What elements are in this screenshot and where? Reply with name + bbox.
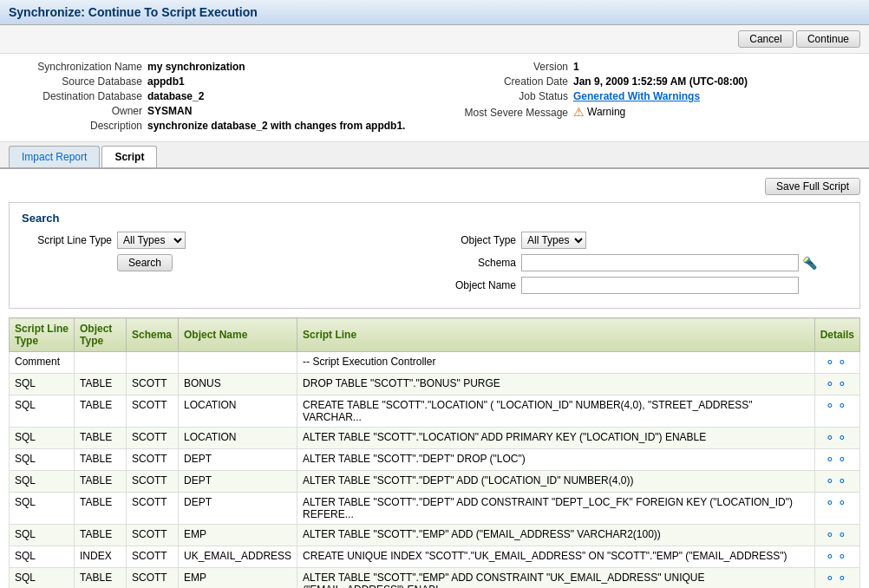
- detail-link[interactable]: ⚬⚬: [825, 377, 849, 391]
- cell-script_line_type: SQL: [10, 395, 75, 428]
- cell-script_line_type: SQL: [10, 568, 75, 589]
- col-header-object-name: Object Name: [179, 318, 297, 352]
- warning-text: Warning: [587, 106, 625, 118]
- cell-object_type: TABLE: [75, 471, 127, 493]
- table-row: SQLTABLESCOTTDEPTALTER TABLE "SCOTT"."DE…: [10, 471, 860, 493]
- creation-date-row: Creation Date Jan 9, 2009 1:52:59 AM (UT…: [434, 75, 860, 88]
- tab-impact-report[interactable]: Impact Report: [9, 146, 100, 167]
- table-row: SQLTABLESCOTTDEPTALTER TABLE "SCOTT"."DE…: [10, 493, 860, 525]
- search-fields: Script Line Type All Types SQL Comment S…: [22, 232, 847, 299]
- detail-link[interactable]: ⚬⚬: [825, 496, 849, 510]
- cell-object_name: LOCATION: [179, 428, 297, 449]
- tabs-bar: Impact Report Script: [0, 142, 869, 169]
- col-header-object-type: ObjectType: [75, 318, 127, 352]
- cell-script_line: ALTER TABLE "SCOTT"."DEPT" DROP ("LOC"): [297, 449, 815, 471]
- content-area: Save Full Script Search Script Line Type…: [0, 169, 869, 588]
- job-status-value[interactable]: Generated With Warnings: [573, 90, 700, 102]
- table-row: SQLTABLESCOTTDEPTALTER TABLE "SCOTT"."DE…: [10, 449, 860, 471]
- cell-details: ⚬⚬: [814, 546, 859, 568]
- table-row: SQLTABLESCOTTLOCATIONALTER TABLE "SCOTT"…: [10, 428, 860, 449]
- schema-input[interactable]: [521, 254, 799, 271]
- dest-db-label: Destination Database: [9, 90, 147, 102]
- cell-object_type: TABLE: [75, 568, 127, 589]
- search-button[interactable]: Search: [117, 254, 173, 271]
- cell-script_line: -- Script Execution Controller: [297, 352, 815, 374]
- search-section-title: Search: [22, 212, 847, 225]
- cell-object_name: [179, 352, 297, 374]
- cell-schema: SCOTT: [127, 525, 179, 546]
- table-row: SQLINDEXSCOTTUK_EMAIL_ADDRESSCREATE UNIQ…: [10, 546, 860, 568]
- cell-schema: SCOTT: [127, 493, 179, 525]
- cell-object_type: TABLE: [75, 428, 127, 449]
- cell-schema: SCOTT: [127, 449, 179, 471]
- cancel-button[interactable]: Cancel: [738, 30, 793, 48]
- cell-script_line_type: SQL: [10, 449, 75, 471]
- flashlight-icon[interactable]: 🔦: [802, 256, 817, 270]
- cell-object_name: UK_EMAIL_ADDRESS: [179, 546, 297, 568]
- object-name-input[interactable]: [521, 277, 799, 294]
- cell-script_line: ALTER TABLE "SCOTT"."DEPT" ADD CONSTRAIN…: [297, 493, 815, 525]
- cell-schema: SCOTT: [127, 568, 179, 589]
- most-severe-label: Most Severe Message: [434, 107, 573, 119]
- save-script-row: Save Full Script: [9, 178, 860, 195]
- cell-script_line_type: SQL: [10, 428, 75, 449]
- object-type-select[interactable]: All Types TABLE INDEX VIEW: [521, 232, 586, 249]
- cell-script_line_type: SQL: [10, 546, 75, 568]
- script-line-type-select[interactable]: All Types SQL Comment: [117, 232, 186, 249]
- description-row: Description synchronize database_2 with …: [9, 120, 434, 132]
- job-status-label: Job Status: [434, 90, 573, 102]
- cell-object_type: INDEX: [75, 546, 127, 568]
- info-section: Synchronization Name my synchronization …: [0, 54, 869, 142]
- cell-details: ⚬⚬: [814, 374, 859, 395]
- schema-row: Schema 🔦: [443, 254, 847, 271]
- tab-script[interactable]: Script: [101, 146, 157, 167]
- cell-details: ⚬⚬: [814, 493, 859, 525]
- script-line-type-label: Script Line Type: [22, 234, 117, 246]
- cell-object_type: TABLE: [75, 493, 127, 525]
- dest-db-value: database_2: [147, 90, 204, 102]
- cell-script_line_type: SQL: [10, 374, 75, 395]
- job-status-row: Job Status Generated With Warnings: [434, 90, 860, 102]
- cell-object_name: BONUS: [179, 374, 297, 395]
- sync-name-label: Synchronization Name: [9, 61, 147, 73]
- description-label: Description: [9, 120, 147, 132]
- table-row: SQLTABLESCOTTBONUSDROP TABLE "SCOTT"."BO…: [10, 374, 860, 395]
- detail-link[interactable]: ⚬⚬: [825, 550, 849, 564]
- cell-schema: [127, 352, 179, 374]
- version-value: 1: [573, 61, 579, 73]
- object-type-label: Object Type: [443, 234, 521, 246]
- col-header-schema: Schema: [127, 318, 179, 352]
- cell-object_name: DEPT: [179, 449, 297, 471]
- cell-object_name: DEPT: [179, 471, 297, 493]
- table-row: SQLTABLESCOTTEMPALTER TABLE "SCOTT"."EMP…: [10, 525, 860, 546]
- info-left: Synchronization Name my synchronization …: [9, 61, 434, 134]
- most-severe-row: Most Severe Message ⚠ Warning: [434, 105, 860, 119]
- search-button-row: Search: [22, 254, 426, 271]
- owner-row: Owner SYSMAN: [9, 105, 434, 117]
- cell-script_line: ALTER TABLE "SCOTT"."EMP" ADD ("EMAIL_AD…: [297, 525, 815, 546]
- save-full-script-button[interactable]: Save Full Script: [765, 178, 860, 195]
- cell-object_type: TABLE: [75, 525, 127, 546]
- detail-link[interactable]: ⚬⚬: [825, 453, 849, 467]
- cell-schema: SCOTT: [127, 395, 179, 428]
- detail-link[interactable]: ⚬⚬: [825, 399, 849, 413]
- owner-value: SYSMAN: [147, 105, 192, 117]
- detail-link[interactable]: ⚬⚬: [825, 356, 849, 369]
- search-right-fields: Object Type All Types TABLE INDEX VIEW S…: [443, 232, 847, 299]
- cell-object_name: DEPT: [179, 493, 297, 525]
- cell-object_name: LOCATION: [179, 395, 297, 428]
- continue-button[interactable]: Continue: [796, 30, 860, 48]
- cell-object_name: EMP: [179, 568, 297, 589]
- cell-schema: SCOTT: [127, 428, 179, 449]
- detail-link[interactable]: ⚬⚬: [825, 474, 849, 488]
- detail-link[interactable]: ⚬⚬: [825, 572, 849, 585]
- detail-link[interactable]: ⚬⚬: [825, 431, 849, 445]
- source-db-value: appdb1: [147, 75, 185, 88]
- object-name-label: Object Name: [443, 279, 521, 291]
- search-left-fields: Script Line Type All Types SQL Comment S…: [22, 232, 426, 299]
- cell-object_type: TABLE: [75, 449, 127, 471]
- table-row: SQLTABLESCOTTLOCATIONCREATE TABLE "SCOTT…: [10, 395, 860, 428]
- most-severe-value: ⚠ Warning: [573, 105, 625, 119]
- page-title: Synchronize: Continue To Script Executio…: [0, 0, 869, 25]
- detail-link[interactable]: ⚬⚬: [825, 528, 849, 542]
